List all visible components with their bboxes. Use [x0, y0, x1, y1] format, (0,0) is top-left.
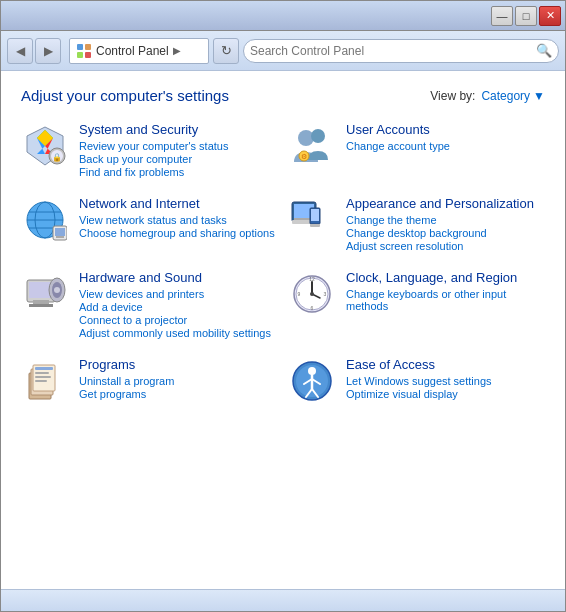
user-accounts-links: Change account type: [346, 140, 450, 152]
programs-links: Uninstall a program Get programs: [79, 375, 174, 400]
appearance-links: Change the theme Change desktop backgrou…: [346, 214, 534, 252]
category-network-internet: Network and Internet View network status…: [21, 196, 278, 252]
svg-text:9: 9: [298, 291, 301, 297]
view-by-label: View by:: [430, 89, 475, 103]
hardware-sound-title[interactable]: Hardware and Sound: [79, 270, 271, 285]
ease-of-access-link-1[interactable]: Optimize visual display: [346, 388, 492, 400]
hardware-sound-link-3[interactable]: Adjust commonly used mobility settings: [79, 327, 271, 339]
svg-rect-3: [85, 52, 91, 58]
nav-arrows: ◀ ▶: [7, 38, 61, 64]
category-system-security: 🔒 System and Security Review your comput…: [21, 122, 278, 178]
network-internet-link-1[interactable]: Choose homegroup and sharing options: [79, 227, 275, 239]
clock-language-links: Change keyboards or other input methods: [346, 288, 545, 312]
hardware-sound-link-0[interactable]: View devices and printers: [79, 288, 271, 300]
svg-point-42: [310, 292, 314, 296]
user-accounts-title[interactable]: User Accounts: [346, 122, 450, 137]
status-bar: [1, 589, 565, 611]
ease-of-access-title[interactable]: Ease of Access: [346, 357, 492, 372]
svg-rect-51: [35, 372, 49, 374]
category-user-accounts: ⚙ User Accounts Change account type: [288, 122, 545, 178]
hardware-sound-icon: [21, 270, 69, 318]
address-text: Control Panel: [96, 44, 169, 58]
svg-text:3: 3: [324, 291, 327, 297]
clock-language-title[interactable]: Clock, Language, and Region: [346, 270, 545, 285]
category-hardware-sound: Hardware and Sound View devices and prin…: [21, 270, 278, 339]
appearance-link-1[interactable]: Change desktop background: [346, 227, 534, 239]
svg-rect-50: [35, 367, 53, 370]
ease-of-access-content: Ease of Access Let Windows suggest setti…: [346, 357, 492, 400]
clock-language-icon: 12 3 6 9: [288, 270, 336, 318]
appearance-title[interactable]: Appearance and Personalization: [346, 196, 534, 211]
hardware-sound-link-1[interactable]: Add a device: [79, 301, 271, 313]
hardware-sound-link-2[interactable]: Connect to a projector: [79, 314, 271, 326]
network-internet-link-0[interactable]: View network status and tasks: [79, 214, 275, 226]
svg-point-13: [311, 129, 325, 143]
view-by: View by: Category ▼: [430, 89, 545, 103]
search-input[interactable]: [250, 44, 536, 58]
hardware-sound-content: Hardware and Sound View devices and prin…: [79, 270, 271, 339]
view-by-dropdown[interactable]: Category ▼: [481, 89, 545, 103]
svg-rect-29: [311, 209, 319, 221]
address-dropdown-arrow: ▶: [173, 45, 181, 56]
category-appearance: Appearance and Personalization Change th…: [288, 196, 545, 252]
appearance-content: Appearance and Personalization Change th…: [346, 196, 534, 252]
category-clock-language: 12 3 6 9 Clock, Language, and Region Cha…: [288, 270, 545, 339]
svg-rect-23: [56, 236, 64, 238]
appearance-link-0[interactable]: Change the theme: [346, 214, 534, 226]
ease-of-access-links: Let Windows suggest settings Optimize vi…: [346, 375, 492, 400]
svg-rect-34: [29, 304, 53, 307]
appearance-link-2[interactable]: Adjust screen resolution: [346, 240, 534, 252]
svg-point-37: [54, 287, 60, 293]
address-bar[interactable]: Control Panel ▶: [69, 38, 209, 64]
hardware-sound-links: View devices and printers Add a device C…: [79, 288, 271, 339]
svg-rect-0: [77, 44, 83, 50]
user-accounts-icon: ⚙: [288, 122, 336, 170]
page-title: Adjust your computer's settings: [21, 87, 229, 104]
maximize-button[interactable]: □: [515, 6, 537, 26]
programs-title[interactable]: Programs: [79, 357, 174, 372]
network-internet-title[interactable]: Network and Internet: [79, 196, 275, 211]
programs-link-1[interactable]: Get programs: [79, 388, 174, 400]
forward-button[interactable]: ▶: [35, 38, 61, 64]
svg-rect-30: [310, 224, 320, 227]
ease-of-access-link-0[interactable]: Let Windows suggest settings: [346, 375, 492, 387]
clock-language-link-0[interactable]: Change keyboards or other input methods: [346, 288, 545, 312]
svg-rect-1: [85, 44, 91, 50]
system-security-links: Review your computer's status Back up yo…: [79, 140, 228, 178]
system-security-link-0[interactable]: Review your computer's status: [79, 140, 228, 152]
svg-rect-22: [55, 228, 65, 236]
ease-of-access-icon: [288, 357, 336, 405]
back-button[interactable]: ◀: [7, 38, 33, 64]
refresh-button[interactable]: ↻: [213, 38, 239, 64]
categories-grid: 🔒 System and Security Review your comput…: [21, 122, 545, 405]
close-button[interactable]: ✕: [539, 6, 561, 26]
appearance-icon: [288, 196, 336, 244]
minimize-button[interactable]: —: [491, 6, 513, 26]
svg-text:6: 6: [311, 305, 314, 311]
title-bar: — □ ✕: [1, 1, 565, 31]
toolbar: ◀ ▶ Control Panel ▶ ↻ 🔍: [1, 31, 565, 71]
svg-text:⚙: ⚙: [301, 153, 307, 160]
system-security-title[interactable]: System and Security: [79, 122, 228, 137]
search-bar[interactable]: 🔍: [243, 39, 559, 63]
view-by-value: Category: [481, 89, 530, 103]
content-area: Adjust your computer's settings View by:…: [1, 71, 565, 589]
clock-language-content: Clock, Language, and Region Change keybo…: [346, 270, 545, 312]
system-security-link-2[interactable]: Find and fix problems: [79, 166, 228, 178]
network-internet-icon: [21, 196, 69, 244]
category-programs: Programs Uninstall a program Get program…: [21, 357, 278, 405]
programs-content: Programs Uninstall a program Get program…: [79, 357, 174, 400]
network-internet-links: View network status and tasks Choose hom…: [79, 214, 275, 239]
system-security-link-1[interactable]: Back up your computer: [79, 153, 228, 165]
programs-link-0[interactable]: Uninstall a program: [79, 375, 174, 387]
category-ease-of-access: Ease of Access Let Windows suggest setti…: [288, 357, 545, 405]
svg-rect-52: [35, 376, 51, 378]
programs-icon: [21, 357, 69, 405]
svg-text:🔒: 🔒: [52, 152, 62, 162]
search-icon[interactable]: 🔍: [536, 43, 552, 58]
window: — □ ✕ ◀ ▶ Control Panel ▶ ↻ 🔍: [0, 0, 566, 612]
network-internet-content: Network and Internet View network status…: [79, 196, 275, 239]
svg-rect-53: [35, 380, 47, 382]
user-accounts-link-0[interactable]: Change account type: [346, 140, 450, 152]
title-bar-controls: — □ ✕: [491, 6, 561, 26]
